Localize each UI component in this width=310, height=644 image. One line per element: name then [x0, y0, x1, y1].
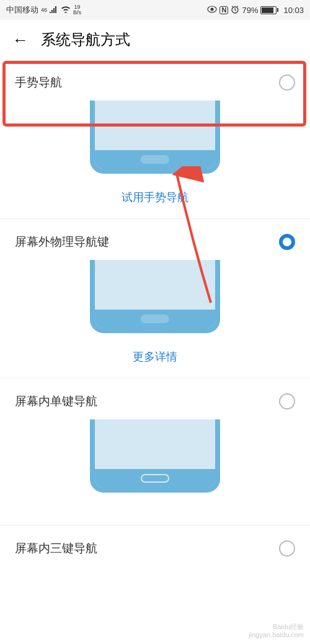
option-label: 手势导航 [15, 74, 62, 91]
more-details-link[interactable]: 更多详情 [0, 338, 310, 378]
battery-icon [260, 6, 278, 14]
carrier-label: 中国移动 [6, 4, 38, 16]
status-left: 中国移动 46 19 B/s [6, 4, 81, 16]
wifi-icon [61, 6, 71, 15]
status-bar: 中国移动 46 19 B/s N 79% 10:03 [0, 0, 310, 20]
option-physical-nav[interactable]: 屏幕外物理导航键 [0, 219, 310, 265]
preview-single-key [0, 424, 310, 498]
option-label: 屏幕外物理导航键 [15, 234, 109, 250]
svg-point-1 [211, 7, 214, 11]
alarm-icon [231, 5, 239, 16]
page-header: ← 系统导航方式 [0, 20, 310, 60]
status-right: N 79% 10:03 [207, 5, 304, 16]
clock-time: 10:03 [283, 6, 304, 15]
option-label: 屏幕内三键导航 [15, 540, 97, 557]
battery-percent: 79% [242, 6, 258, 15]
network-badge: 46 [41, 7, 47, 13]
network-speed: 19 B/s [73, 4, 81, 16]
try-gesture-link[interactable]: 试用手势导航 [0, 179, 310, 218]
back-icon[interactable]: ← [12, 30, 29, 50]
radio-unchecked-icon [279, 74, 295, 91]
watermark: Baidu经验 jingyan.baidu.com [249, 623, 304, 639]
signal-icon [50, 6, 58, 15]
preview-gesture [0, 105, 310, 179]
page-title: 系统导航方式 [41, 30, 130, 50]
option-gesture-nav[interactable]: 手势导航 [0, 60, 310, 105]
option-three-key-nav[interactable]: 屏幕内三键导航 [0, 525, 310, 571]
radio-checked-icon [279, 234, 295, 250]
option-label: 屏幕内单键导航 [15, 393, 97, 409]
option-single-key-nav[interactable]: 屏幕内单键导航 [0, 378, 310, 424]
radio-unchecked-icon [279, 540, 295, 557]
nfc-icon: N [219, 6, 228, 14]
eye-icon [207, 6, 217, 15]
preview-physical [0, 265, 310, 338]
radio-unchecked-icon [279, 393, 295, 409]
